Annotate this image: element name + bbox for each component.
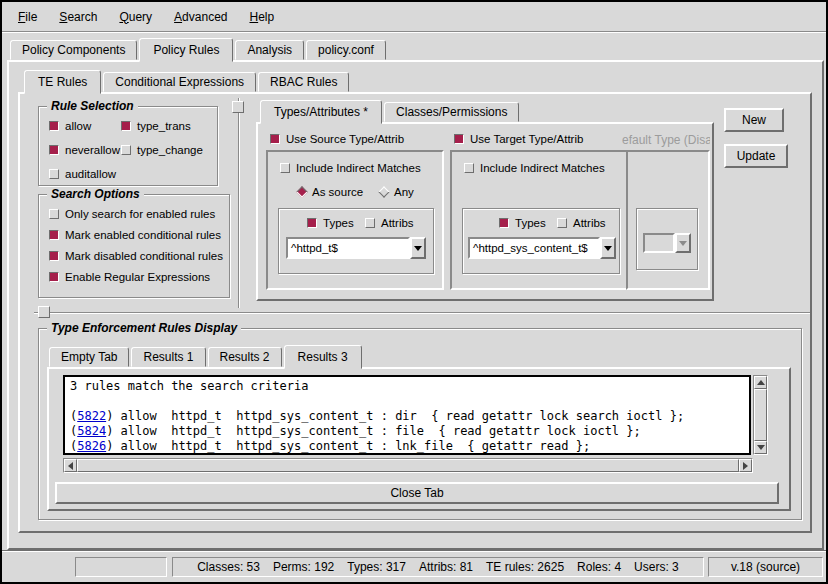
checkbox-target-types[interactable]: Types: [499, 217, 546, 229]
checkbox-mark-disabled-conditional-rules[interactable]: Mark disabled conditional rules: [49, 250, 229, 262]
combobox-value: [643, 233, 675, 253]
rule-link[interactable]: 5826: [77, 439, 106, 453]
checkbox-label: Types: [515, 217, 546, 229]
checkbox-label: Types: [323, 217, 354, 229]
rule-link[interactable]: 5824: [77, 424, 106, 438]
radio-any[interactable]: Any: [380, 186, 414, 198]
scroll-right-button[interactable]: [739, 459, 752, 472]
checkbox-label: type_change: [137, 144, 203, 156]
default-type-combobox: [643, 233, 691, 253]
checkbox-target-indirect[interactable]: Include Indirect Matches: [464, 162, 605, 174]
rule-link[interactable]: 5822: [77, 409, 106, 423]
horizontal-sash[interactable]: [34, 312, 810, 314]
tab-analysis[interactable]: Analysis: [235, 40, 304, 60]
checkbox-neverallow[interactable]: neverallow: [49, 144, 115, 156]
checkbox-allow[interactable]: allow: [49, 120, 115, 132]
results-horizontal-scrollbar[interactable]: [63, 458, 753, 473]
checkbox-label: Use Target Type/Attrib: [470, 133, 583, 145]
checkbox-use-source-type[interactable]: Use Source Type/Attrib: [270, 133, 404, 145]
tab-classes-permissions[interactable]: Classes/Permissions: [384, 102, 519, 122]
rule-line: (5824) allow httpd_t httpd_sys_content_t…: [70, 424, 744, 439]
scroll-down-button[interactable]: [754, 441, 767, 454]
stat-attribs: Attribs: 81: [419, 560, 473, 574]
combobox-dropdown-button[interactable]: [410, 237, 426, 259]
scroll-left-button[interactable]: [64, 459, 77, 472]
combobox-value[interactable]: ^httpd_t$: [286, 237, 410, 259]
radio-as-source[interactable]: As source: [298, 186, 363, 198]
tab-policy-components[interactable]: Policy Components: [10, 40, 137, 60]
chevron-down-icon: [414, 246, 422, 255]
checkbox-indicator: [307, 218, 317, 228]
checkbox-indicator: [557, 218, 567, 228]
stat-users: Users: 3: [634, 560, 679, 574]
radio-label: As source: [312, 186, 363, 198]
vertical-sash[interactable]: [238, 98, 240, 308]
blank-line: [70, 394, 744, 409]
checkbox-indicator: [280, 163, 290, 173]
checkbox-source-attribs[interactable]: Attribs: [365, 217, 414, 229]
checkbox-type-trans[interactable]: type_trans: [121, 120, 217, 132]
stat-perms: Perms: 192: [273, 560, 334, 574]
menu-help[interactable]: Help: [243, 8, 280, 26]
default-type-box: [636, 208, 698, 270]
checkbox-use-target-type[interactable]: Use Target Type/Attrib: [454, 133, 583, 145]
tab-types-attributes[interactable]: Types/Attributes *: [260, 100, 382, 124]
tab-results-3[interactable]: Results 3: [284, 345, 362, 369]
tab-conditional-expressions[interactable]: Conditional Expressions: [103, 72, 256, 92]
update-button[interactable]: Update: [724, 144, 788, 168]
checkbox-enable-regular-expressions[interactable]: Enable Regular Expressions: [49, 271, 229, 283]
results-group-title: Type Enforcement Rules Display: [47, 321, 241, 335]
rule-selection-title: Rule Selection: [47, 99, 138, 113]
checkbox-label: Include Indirect Matches: [296, 162, 421, 174]
menu-advanced[interactable]: Advanced: [168, 8, 233, 26]
tab-policy-conf[interactable]: policy.conf: [306, 40, 386, 60]
checkbox-label: type_trans: [137, 120, 191, 132]
arrow-down-icon: [757, 445, 765, 454]
scrollbar-thumb[interactable]: [754, 389, 767, 441]
checkbox-type-change[interactable]: type_change: [121, 144, 217, 156]
tab-policy-rules[interactable]: Policy Rules: [139, 38, 233, 62]
checkbox-only-search-for-enabled-rules[interactable]: Only search for enabled rules: [49, 208, 229, 220]
checkbox-label: Enable Regular Expressions: [65, 271, 210, 283]
checkbox-source-indirect[interactable]: Include Indirect Matches: [280, 162, 421, 174]
checkbox-target-attribs[interactable]: Attribs: [557, 217, 606, 229]
checkbox-label: Attribs: [573, 217, 606, 229]
checkbox-indicator: [499, 218, 509, 228]
rules-tab-bar: TE RulesConditional ExpressionsRBAC Rule…: [24, 70, 351, 92]
horizontal-sash-handle[interactable]: [38, 306, 50, 318]
radio-indicator: [296, 186, 307, 197]
checkbox-mark-enabled-conditional-rules[interactable]: Mark enabled conditional rules: [49, 229, 229, 241]
results-vertical-scrollbar[interactable]: [753, 375, 768, 455]
menu-query[interactable]: Query: [113, 8, 158, 26]
close-tab-button[interactable]: Close Tab: [55, 482, 779, 504]
stat-types: Types: 317: [347, 560, 406, 574]
radio-indicator: [378, 186, 389, 197]
tab-empty-tab[interactable]: Empty Tab: [49, 347, 129, 367]
checkbox-indicator: [49, 145, 59, 155]
checkbox-source-types[interactable]: Types: [307, 217, 354, 229]
checkbox-indicator: [49, 169, 59, 179]
chevron-down-icon: [604, 246, 612, 255]
tab-results-2[interactable]: Results 2: [208, 347, 282, 367]
tab-rbac-rules[interactable]: RBAC Rules: [258, 72, 349, 92]
scrollbar-thumb[interactable]: [77, 459, 739, 472]
checkbox-indicator: [121, 145, 131, 155]
tab-results-1[interactable]: Results 1: [131, 347, 205, 367]
arrow-right-icon: [743, 462, 752, 470]
new-button[interactable]: New: [724, 108, 784, 132]
rule-line: (5822) allow httpd_t httpd_sys_content_t…: [70, 409, 744, 424]
vertical-sash-handle[interactable]: [232, 101, 244, 113]
results-text[interactable]: 3 rules match the search criteria (5822)…: [63, 375, 751, 455]
source-type-combobox[interactable]: ^httpd_t$: [286, 237, 426, 259]
target-type-combobox[interactable]: ^httpd_sys_content_t$: [468, 237, 616, 259]
combobox-dropdown-button[interactable]: [600, 237, 616, 259]
checkbox-auditallow[interactable]: auditallow: [49, 168, 115, 180]
combobox-value[interactable]: ^httpd_sys_content_t$: [468, 237, 600, 259]
menu-file[interactable]: File: [12, 8, 43, 26]
checkbox-label: Mark disabled conditional rules: [65, 250, 223, 262]
policy-stats: Classes: 53Perms: 192Types: 317Attribs: …: [172, 557, 704, 577]
menu-search[interactable]: Search: [53, 8, 103, 26]
tab-te-rules[interactable]: TE Rules: [24, 70, 101, 94]
scroll-up-button[interactable]: [754, 376, 767, 389]
stat-classes: Classes: 53: [197, 560, 260, 574]
